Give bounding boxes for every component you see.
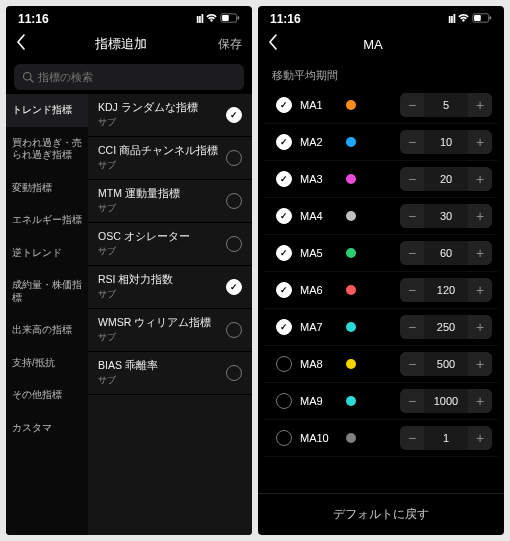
check-toggle[interactable]: ✓ [226, 107, 242, 123]
check-toggle[interactable]: ✓ [276, 97, 292, 113]
phone-indicator-add: 11:16 ııl 指標追加 保存 指標の検索 トレンド指標買われ過ぎ・売られ過… [6, 6, 252, 535]
color-dot[interactable] [346, 285, 356, 295]
phone-ma-settings: 11:16 ııl MA 移動平均期間 ✓MA1−5+✓MA2−10+✓MA3−… [258, 6, 504, 535]
save-button[interactable]: 保存 [216, 36, 242, 53]
status-icons: ııl [448, 12, 492, 26]
color-dot[interactable] [346, 322, 356, 332]
increment-button[interactable]: + [468, 204, 492, 228]
increment-button[interactable]: + [468, 278, 492, 302]
indicator-name: MTM 運動量指標 [98, 187, 180, 201]
indicator-sub: サブ [98, 331, 211, 344]
nav-title: 指標追加 [26, 35, 216, 53]
stepper-value: 1000 [424, 395, 468, 407]
indicator-row[interactable]: BIAS 乖離率サブ [88, 352, 252, 395]
stepper-value: 20 [424, 173, 468, 185]
sidebar-item[interactable]: トレンド指標 [6, 94, 88, 127]
check-toggle[interactable] [226, 150, 242, 166]
increment-button[interactable]: + [468, 426, 492, 450]
check-toggle[interactable]: ✓ [276, 171, 292, 187]
decrement-button[interactable]: − [400, 389, 424, 413]
increment-button[interactable]: + [468, 167, 492, 191]
check-toggle[interactable] [226, 365, 242, 381]
check-toggle[interactable]: ✓ [276, 319, 292, 335]
indicator-row[interactable]: OSC オシレーターサブ [88, 223, 252, 266]
sidebar-item[interactable]: 出来高の指標 [6, 314, 88, 347]
check-toggle[interactable]: ✓ [276, 282, 292, 298]
stepper-value: 60 [424, 247, 468, 259]
check-toggle[interactable] [276, 356, 292, 372]
ma-row: ✓MA7−250+ [264, 309, 498, 346]
ma-label: MA3 [300, 173, 338, 185]
check-toggle[interactable]: ✓ [276, 208, 292, 224]
check-toggle[interactable]: ✓ [276, 245, 292, 261]
stepper-value: 5 [424, 99, 468, 111]
section-label: 移動平均期間 [258, 60, 504, 87]
check-toggle[interactable] [226, 322, 242, 338]
check-toggle[interactable]: ✓ [226, 279, 242, 295]
color-dot[interactable] [346, 211, 356, 221]
sidebar-item[interactable]: 成約量・株価指標 [6, 269, 88, 314]
indicator-sub: サブ [98, 245, 190, 258]
indicator-name: WMSR ウィリアム指標 [98, 316, 211, 330]
indicator-row[interactable]: RSI 相対力指数サブ✓ [88, 266, 252, 309]
indicator-row[interactable]: WMSR ウィリアム指標サブ [88, 309, 252, 352]
increment-button[interactable]: + [468, 352, 492, 376]
color-dot[interactable] [346, 100, 356, 110]
svg-rect-2 [222, 15, 229, 21]
sidebar-item[interactable]: カスタマ [6, 412, 88, 445]
search-input[interactable]: 指標の検索 [14, 64, 244, 90]
nav-title: MA [278, 37, 468, 52]
increment-button[interactable]: + [468, 241, 492, 265]
indicator-name: RSI 相対力指数 [98, 273, 173, 287]
indicator-row[interactable]: MTM 運動量指標サブ [88, 180, 252, 223]
increment-button[interactable]: + [468, 315, 492, 339]
ma-label: MA8 [300, 358, 338, 370]
decrement-button[interactable]: − [400, 130, 424, 154]
decrement-button[interactable]: − [400, 167, 424, 191]
svg-point-3 [24, 73, 32, 81]
indicator-sub: サブ [98, 159, 218, 172]
ma-row: ✓MA3−20+ [264, 161, 498, 198]
sidebar-item[interactable]: その他指標 [6, 379, 88, 412]
color-dot[interactable] [346, 359, 356, 369]
sidebar-item[interactable]: 逆トレンド [6, 237, 88, 270]
check-toggle[interactable]: ✓ [276, 134, 292, 150]
check-toggle[interactable] [226, 193, 242, 209]
color-dot[interactable] [346, 174, 356, 184]
sidebar-item[interactable]: 変動指標 [6, 172, 88, 205]
value-stepper: −1+ [400, 426, 492, 450]
decrement-button[interactable]: − [400, 352, 424, 376]
reset-defaults-button[interactable]: デフォルトに戻す [258, 493, 504, 535]
decrement-button[interactable]: − [400, 278, 424, 302]
decrement-button[interactable]: − [400, 204, 424, 228]
increment-button[interactable]: + [468, 389, 492, 413]
indicator-row[interactable]: KDJ ランダムな指標サブ✓ [88, 94, 252, 137]
sidebar-item[interactable]: 買われ過ぎ・売られ過ぎ指標 [6, 127, 88, 172]
indicator-sub: サブ [98, 288, 173, 301]
decrement-button[interactable]: − [400, 315, 424, 339]
indicator-name: KDJ ランダムな指標 [98, 101, 198, 115]
back-button[interactable] [16, 34, 26, 54]
indicator-sub: サブ [98, 374, 158, 387]
color-dot[interactable] [346, 433, 356, 443]
increment-button[interactable]: + [468, 130, 492, 154]
decrement-button[interactable]: − [400, 93, 424, 117]
search-placeholder: 指標の検索 [38, 70, 93, 85]
value-stepper: −5+ [400, 93, 492, 117]
sidebar-item[interactable]: 支持/抵抗 [6, 347, 88, 380]
back-button[interactable] [268, 34, 278, 54]
color-dot[interactable] [346, 248, 356, 258]
color-dot[interactable] [346, 396, 356, 406]
check-toggle[interactable] [276, 393, 292, 409]
svg-rect-1 [238, 16, 240, 19]
indicator-row[interactable]: CCI 商品チャンネル指標サブ [88, 137, 252, 180]
decrement-button[interactable]: − [400, 426, 424, 450]
check-toggle[interactable] [276, 430, 292, 446]
color-dot[interactable] [346, 137, 356, 147]
stepper-value: 30 [424, 210, 468, 222]
sidebar-item[interactable]: エネルギー指標 [6, 204, 88, 237]
value-stepper: −120+ [400, 278, 492, 302]
check-toggle[interactable] [226, 236, 242, 252]
decrement-button[interactable]: − [400, 241, 424, 265]
increment-button[interactable]: + [468, 93, 492, 117]
